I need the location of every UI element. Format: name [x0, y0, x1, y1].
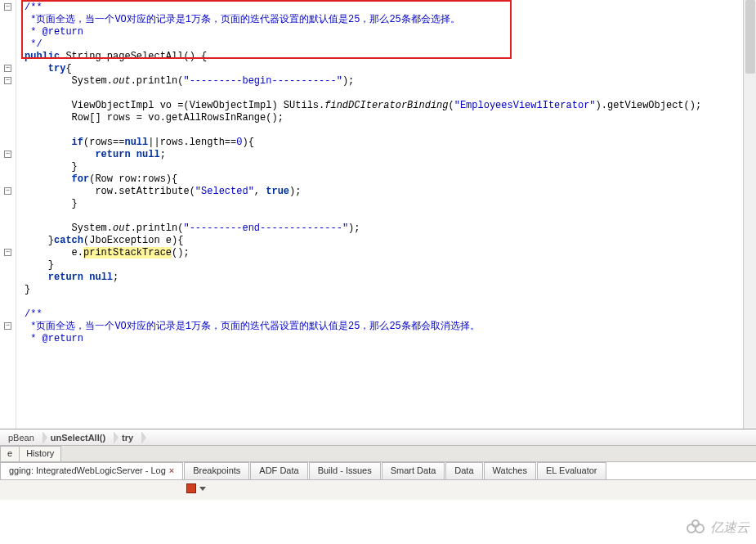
code-text: null [136, 149, 160, 160]
bottom-tab-log[interactable]: gging: IntegratedWebLogicServer - Log× [0, 462, 183, 479]
tab-label: EL Evaluator [546, 465, 597, 475]
breadcrumb-label: unSelectAll() [51, 433, 105, 443]
code-text: { [65, 63, 71, 74]
fold-toggle[interactable]: − [0, 75, 16, 88]
code-editor-area: − − − − − − − /** *页面全选，当一个VO对应的记录是1万条，页… [0, 0, 756, 429]
code-text: catch [54, 235, 83, 246]
code-text: .println( [131, 223, 184, 234]
tab-label: ADF Data [259, 465, 298, 475]
code-text: * @return [25, 26, 83, 38]
code-text: try [48, 63, 66, 74]
fold-toggle[interactable]: − [0, 63, 16, 75]
bottom-tab-breakpoints[interactable]: Breakpoints [184, 462, 249, 479]
bottom-tabs-bar: gging: IntegratedWebLogicServer - Log× B… [0, 462, 756, 480]
code-text: ( [449, 100, 454, 111]
tab-label: Breakpoints [193, 465, 240, 475]
fold-toggle[interactable]: − [0, 247, 16, 259]
code-text: * @return [25, 333, 83, 344]
code-text [25, 124, 30, 136]
bottom-tab-adf-data[interactable]: ADF Data [250, 462, 307, 479]
tab-label: Data [454, 465, 473, 475]
code-text: true [266, 186, 289, 197]
code-text: , [254, 186, 266, 197]
fold-toggle[interactable]: − [0, 321, 16, 333]
code-text [25, 88, 30, 99]
code-text: null [124, 137, 148, 148]
dropdown-arrow-icon[interactable] [199, 487, 206, 491]
watermark: 亿速云 [686, 519, 749, 537]
code-text [131, 149, 136, 160]
breadcrumb-item[interactable]: unSelectAll() [42, 429, 114, 446]
code-text: "EmployeesView1Iterator" [454, 100, 596, 111]
code-text: *页面全选，当一个VO对应的记录是1万条，页面的迭代器设置的默认值是25，那么2… [25, 321, 480, 332]
bottom-tab-data[interactable]: Data [445, 462, 482, 479]
code-text: null [89, 272, 113, 283]
code-text: "---------end--------------" [183, 223, 348, 234]
editor-tabs-bar: e History [0, 446, 756, 462]
code-text: if [72, 137, 83, 148]
fold-toggle[interactable]: − [0, 186, 16, 198]
code-text [25, 63, 48, 74]
code-text: *页面全选，当一个VO对应的记录是1万条，页面的迭代器设置的默认值是25，那么2… [25, 14, 460, 25]
tab-history[interactable]: History [19, 446, 61, 461]
fold-toggle[interactable]: − [0, 149, 16, 161]
bottom-tab-smart-data[interactable]: Smart Data [382, 462, 445, 479]
code-text: ); [342, 75, 354, 87]
code-text [25, 137, 72, 148]
tab-label: e [7, 448, 12, 458]
code-text [25, 173, 72, 185]
tab-label: gging: IntegratedWebLogicServer - Log [9, 465, 166, 475]
code-text: (); [172, 247, 190, 259]
code-text: out [113, 75, 131, 87]
svg-point-0 [687, 524, 696, 533]
watermark-logo-icon [686, 519, 707, 537]
code-text: } [25, 259, 54, 271]
code-text [25, 296, 30, 308]
code-text: } [25, 161, 78, 173]
breadcrumb-label: try [122, 433, 133, 443]
code-text: ); [348, 223, 360, 234]
stop-button-icon[interactable] [186, 483, 196, 493]
code-text: /** [25, 308, 42, 320]
scroll-thumb[interactable] [745, 0, 755, 74]
code-text: "Selected" [195, 186, 254, 197]
svg-point-1 [696, 524, 704, 533]
code-text: out [113, 223, 131, 234]
breadcrumb-item[interactable]: pBean [0, 429, 42, 446]
code-text: } [25, 284, 30, 295]
fold-gutter: − − − − − − − [0, 0, 16, 429]
code-text: public [25, 51, 60, 62]
code-text: String pageSelectAll() { [60, 51, 207, 62]
code-text: printStackTrace [83, 247, 172, 259]
breadcrumb-item[interactable]: try [114, 429, 141, 446]
tab-label: Watches [493, 465, 527, 475]
tab-label: Build - Issues [318, 465, 372, 475]
tab-source[interactable]: e [0, 446, 20, 461]
breadcrumb-bar: pBean unSelectAll() try [0, 429, 756, 446]
code-text: ; [160, 149, 166, 160]
fold-toggle[interactable]: − [0, 2, 16, 14]
code-text: (rows== [83, 137, 124, 148]
code-text: "---------begin-----------" [183, 75, 342, 87]
bottom-tab-el-evaluator[interactable]: EL Evaluator [537, 462, 606, 479]
code-text: (JboException e){ [83, 235, 183, 246]
watermark-text: 亿速云 [710, 520, 749, 534]
vertical-scrollbar[interactable] [743, 0, 756, 429]
code-text: return [95, 149, 130, 160]
code-text: } [25, 198, 78, 209]
debug-toolbar [0, 480, 756, 500]
code-text: row.setAttribute( [25, 186, 195, 197]
bottom-tab-build-issues[interactable]: Build - Issues [309, 462, 381, 479]
code-content[interactable]: /** *页面全选，当一个VO对应的记录是1万条，页面的迭代器设置的默认值是25… [16, 0, 756, 429]
close-icon[interactable]: × [169, 465, 174, 475]
code-text: ).getViewObject(); [596, 100, 702, 111]
code-text: return [48, 272, 83, 283]
code-text: (Row row:rows){ [89, 173, 177, 185]
bottom-tab-watches[interactable]: Watches [484, 462, 536, 479]
code-text: Row[] rows = vo.getAllRowsInRange(); [25, 112, 284, 124]
code-text: .println( [131, 75, 184, 87]
code-text: for [72, 173, 90, 185]
code-text: /** [25, 2, 42, 13]
code-text: } [25, 235, 54, 246]
breadcrumb-label: pBean [8, 433, 34, 443]
